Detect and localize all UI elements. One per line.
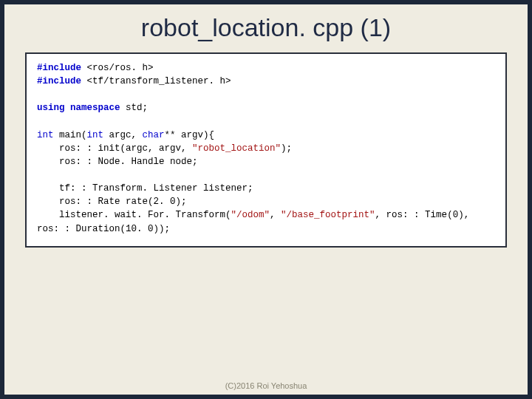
code-text: , ros: : Time(0), xyxy=(375,210,470,220)
code-line: ros: : init(argc, argv, "robot_location"… xyxy=(37,143,292,154)
code-text: main( xyxy=(59,130,87,140)
keyword: namespace xyxy=(70,103,126,113)
slide: robot_location. cpp (1) #include <ros/ro… xyxy=(4,4,528,395)
code-text: ** argv){ xyxy=(165,130,215,140)
code-text: ); xyxy=(281,143,292,154)
code-text: listener. wait. For. Transform( xyxy=(37,210,231,220)
keyword: #include xyxy=(37,76,87,86)
code-line: listener. wait. For. Transform("/odom", … xyxy=(37,210,469,220)
slide-title: robot_location. cpp (1) xyxy=(4,4,528,52)
string-literal: "/odom" xyxy=(231,210,270,220)
keyword: using xyxy=(37,103,70,113)
footer-copyright: (C)2016 Roi Yehoshua xyxy=(4,381,528,390)
include-path: <tf/transform_listener. h> xyxy=(87,76,231,86)
code-line: ros: : Duration(10. 0)); xyxy=(37,224,170,234)
keyword: #include xyxy=(37,63,87,73)
code-line: tf: : Transform. Listener listener; xyxy=(37,183,253,194)
code-line: using namespace std; xyxy=(37,103,148,113)
string-literal: "/base_footprint" xyxy=(281,210,375,220)
code-line: #include <ros/ros. h> xyxy=(37,63,154,73)
type: char xyxy=(143,130,165,140)
code-text: std; xyxy=(126,103,148,113)
code-line: #include <tf/transform_listener. h> xyxy=(37,76,231,86)
code-text: ros: : init(argc, argv, xyxy=(37,143,192,154)
code-text: argc, xyxy=(109,130,143,140)
include-path: <ros/ros. h> xyxy=(87,63,154,73)
code-block: #include <ros/ros. h> #include <tf/trans… xyxy=(25,52,507,248)
string-literal: "robot_location" xyxy=(192,143,281,154)
code-line: ros: : Rate rate(2. 0); xyxy=(37,197,187,207)
code-line: int main(int argc, char** argv){ xyxy=(37,130,214,140)
code-line: ros: : Node. Handle node; xyxy=(37,157,198,167)
code-text: , xyxy=(270,210,281,220)
type: int xyxy=(87,130,109,140)
type: int xyxy=(37,130,59,140)
